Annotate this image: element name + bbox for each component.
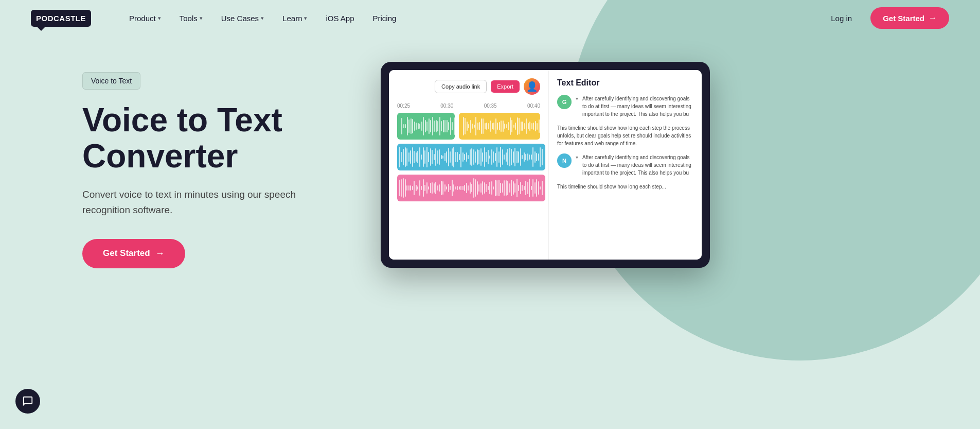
timeline-t1: 00:25 bbox=[397, 103, 410, 109]
track-row-1 bbox=[397, 113, 540, 140]
logo[interactable]: PODCASTLE bbox=[31, 10, 91, 27]
chevron-icon-usecases: ▾ bbox=[261, 15, 264, 22]
comment-text-3: After carefully identifying and discover… bbox=[582, 153, 693, 177]
hero-title-line1: Voice to Text bbox=[82, 101, 282, 139]
right-content: Copy audio link Export 👤 00:25 00:30 00:… bbox=[381, 57, 949, 268]
waveform-blue bbox=[399, 144, 543, 170]
nav-label-pricing: Pricing bbox=[373, 14, 397, 23]
hero-subtitle: Convert voice to text in minutes using o… bbox=[82, 187, 298, 218]
track-row-3 bbox=[397, 175, 540, 201]
comment-text-1: After carefully identifying and discover… bbox=[582, 95, 693, 118]
nav-arrow-icon: → bbox=[929, 13, 937, 23]
comment-row-1: G ▾ After carefully identifying and disc… bbox=[557, 95, 693, 118]
comment-chevron-1: ▾ bbox=[576, 96, 578, 118]
comment-avatar-g: G bbox=[557, 95, 572, 109]
nav-item-learn[interactable]: Learn ▾ bbox=[275, 10, 314, 27]
nav-get-started-button[interactable]: Get Started → bbox=[870, 7, 949, 29]
timeline-t3: 00:35 bbox=[484, 103, 497, 109]
nav-get-started-label: Get Started bbox=[883, 14, 924, 23]
nav-label-usecases: Use Cases bbox=[221, 14, 259, 23]
nav-links: Product ▾ Tools ▾ Use Cases ▾ Learn ▾ iO… bbox=[122, 10, 823, 27]
track-row-2 bbox=[397, 144, 540, 170]
nav-item-ios[interactable]: iOS App bbox=[318, 10, 361, 27]
login-button[interactable]: Log in bbox=[823, 10, 860, 27]
nav-label-tools: Tools bbox=[180, 14, 198, 23]
nav-right: Log in Get Started → bbox=[823, 7, 949, 29]
comment-text-2: This timeline should show how long each … bbox=[557, 124, 693, 147]
main-content: Voice to Text Voice to Text Converter Co… bbox=[0, 36, 980, 268]
device-frame: Copy audio link Export 👤 00:25 00:30 00:… bbox=[381, 62, 710, 268]
nav-label-learn: Learn bbox=[282, 14, 302, 23]
hero-title-line2: Converter bbox=[82, 138, 238, 175]
chevron-icon-product: ▾ bbox=[158, 15, 161, 22]
nav-item-usecases[interactable]: Use Cases ▾ bbox=[214, 10, 271, 27]
nav-item-tools[interactable]: Tools ▾ bbox=[172, 10, 210, 27]
track-yellow bbox=[459, 113, 540, 140]
waveform-pink bbox=[399, 175, 543, 201]
left-content: Voice to Text Voice to Text Converter Co… bbox=[82, 57, 350, 268]
comment-row-3: N ▾ After carefully identifying and disc… bbox=[557, 153, 693, 177]
chevron-icon-learn: ▾ bbox=[304, 15, 307, 22]
hero-cta-button[interactable]: Get Started → bbox=[82, 239, 185, 268]
comment-text-4: This timeline should show how long each … bbox=[557, 183, 666, 191]
hero-cta-arrow-icon: → bbox=[155, 248, 165, 259]
comment-chevron-3: ▾ bbox=[576, 155, 578, 177]
text-editor-title: Text Editor bbox=[557, 78, 693, 88]
user-avatar: 👤 bbox=[524, 78, 540, 95]
chat-bubble-button[interactable] bbox=[15, 389, 40, 414]
device-inner: Copy audio link Export 👤 00:25 00:30 00:… bbox=[389, 70, 702, 260]
nav-label-ios: iOS App bbox=[326, 14, 354, 23]
copy-audio-link-button[interactable]: Copy audio link bbox=[435, 80, 487, 93]
nav-item-product[interactable]: Product ▾ bbox=[122, 10, 168, 27]
audio-editor-panel: Copy audio link Export 👤 00:25 00:30 00:… bbox=[389, 70, 548, 260]
comment-row-2: This timeline should show how long each … bbox=[557, 124, 693, 147]
hero-badge: Voice to Text bbox=[82, 72, 140, 90]
logo-text: PODCASTLE bbox=[31, 10, 91, 27]
navbar: PODCASTLE Product ▾ Tools ▾ Use Cases ▾ … bbox=[0, 0, 980, 36]
chevron-icon-tools: ▾ bbox=[200, 15, 203, 22]
nav-item-pricing[interactable]: Pricing bbox=[366, 10, 404, 27]
export-button[interactable]: Export bbox=[491, 80, 520, 93]
waveform-green bbox=[401, 113, 451, 140]
comment-row-4: This timeline should show how long each … bbox=[557, 183, 693, 191]
track-green bbox=[397, 113, 455, 140]
timeline-labels: 00:25 00:30 00:35 00:40 bbox=[397, 103, 540, 109]
timeline-t4: 00:40 bbox=[527, 103, 540, 109]
nav-label-product: Product bbox=[129, 14, 156, 23]
editor-header: Copy audio link Export 👤 bbox=[397, 78, 540, 95]
hero-title: Voice to Text Converter bbox=[82, 102, 350, 175]
timeline-t2: 00:30 bbox=[440, 103, 453, 109]
track-blue bbox=[397, 144, 545, 170]
waveform-yellow bbox=[463, 113, 536, 140]
text-editor-panel: Text Editor G ▾ After carefully identify… bbox=[548, 70, 702, 260]
comment-avatar-n: N bbox=[557, 153, 572, 168]
track-pink bbox=[397, 175, 545, 201]
hero-cta-label: Get Started bbox=[103, 248, 150, 259]
chat-icon bbox=[22, 396, 33, 407]
